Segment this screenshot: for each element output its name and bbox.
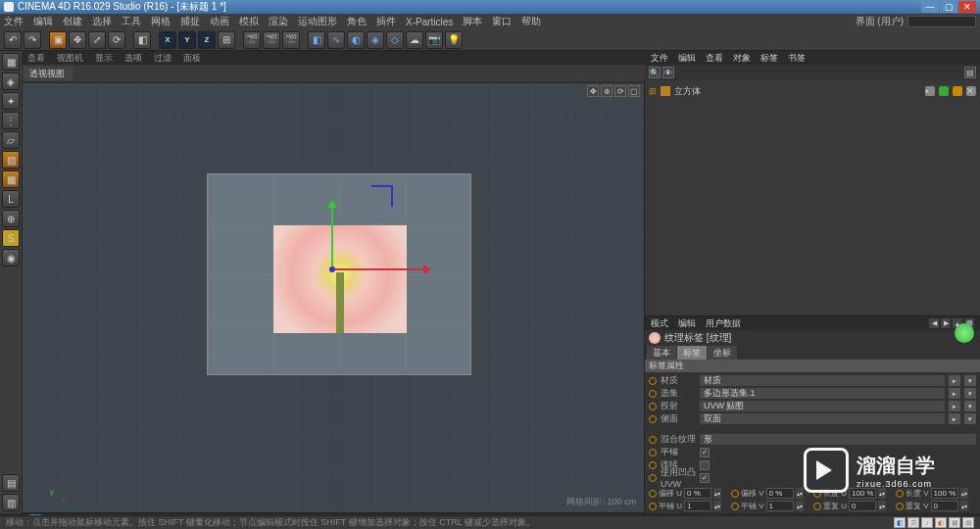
- attr-row[interactable]: 平铺✓: [649, 446, 976, 458]
- nurbs-tool[interactable]: ◐: [347, 31, 365, 49]
- render-region[interactable]: 🎬: [263, 31, 280, 49]
- undo-button[interactable]: ↶: [4, 31, 22, 49]
- vp-rotate-icon[interactable]: ⟳: [614, 85, 626, 97]
- attr-row[interactable]: 选集多边形选集.1▸▾: [649, 387, 976, 400]
- menu-item[interactable]: 动画: [210, 15, 229, 28]
- attr-cell[interactable]: 偏移 V▴▾: [731, 488, 811, 499]
- search-icon[interactable]: 🔍: [649, 67, 661, 78]
- attr-row[interactable]: 侧面双面▸▾: [649, 412, 976, 425]
- menu-item[interactable]: 渲染: [269, 15, 288, 28]
- vp-nav-icon[interactable]: ✥: [587, 85, 599, 97]
- attr-subtab[interactable]: 坐标: [708, 346, 737, 360]
- tab[interactable]: 标签: [760, 52, 778, 65]
- last-tool[interactable]: ◧: [133, 31, 151, 49]
- edge-mode[interactable]: ▱: [2, 131, 20, 149]
- tray-icon[interactable]: ▦: [949, 517, 960, 528]
- render-tag[interactable]: [939, 86, 949, 96]
- layout-search[interactable]: [907, 16, 976, 27]
- viewport[interactable]: ✥ ⊕ ⟳ ▢ yx 网格间距: 100 cm: [22, 82, 645, 513]
- spline-tool[interactable]: ∿: [327, 31, 345, 49]
- attr-mode[interactable]: 模式: [651, 317, 668, 330]
- menu-item[interactable]: 选择: [92, 15, 112, 28]
- menu-item[interactable]: 窗口: [492, 15, 512, 28]
- snap-settings[interactable]: ◉: [2, 249, 20, 266]
- model-mode[interactable]: ▦: [2, 53, 20, 71]
- object-row[interactable]: ⊞ 立方体 ▪ ✕: [649, 84, 976, 98]
- viewport-solo2[interactable]: ▥: [2, 494, 20, 511]
- menu-item[interactable]: 编辑: [33, 15, 53, 28]
- move-tool[interactable]: ✥: [69, 31, 86, 49]
- render-settings[interactable]: 🎬: [282, 31, 300, 49]
- minimize-button[interactable]: —: [921, 1, 939, 13]
- close-button[interactable]: ✕: [958, 1, 976, 13]
- environment[interactable]: ☁: [406, 31, 423, 49]
- menu-item[interactable]: 模拟: [239, 15, 259, 28]
- attr-row[interactable]: 投射UVW 贴图▸▾: [649, 400, 976, 412]
- attr-subtab[interactable]: 基本: [647, 346, 676, 360]
- axis-tool[interactable]: ⊕: [2, 210, 20, 227]
- deformer-tool[interactable]: ◇: [386, 31, 404, 49]
- attr-row[interactable]: 混合纹理形: [649, 433, 976, 446]
- menu-item[interactable]: 脚本: [463, 15, 482, 28]
- tray-icon[interactable]: 英: [907, 517, 919, 528]
- maximize-button[interactable]: ▢: [940, 1, 957, 13]
- tab[interactable]: 视图机: [57, 52, 83, 65]
- y-axis-lock[interactable]: Y: [178, 31, 196, 49]
- scale-tool[interactable]: ⤢: [88, 31, 106, 49]
- tab[interactable]: 对象: [733, 52, 751, 65]
- attr-subtab[interactable]: 标签: [677, 346, 707, 360]
- vp-zoom-icon[interactable]: ⊕: [601, 85, 612, 97]
- attr-row[interactable]: 材质材质▸▾: [649, 374, 976, 387]
- texture-tag[interactable]: [953, 86, 962, 96]
- menu-item[interactable]: 角色: [347, 15, 367, 28]
- menu-item[interactable]: 帮助: [521, 15, 541, 28]
- tab[interactable]: 文件: [651, 52, 668, 65]
- attr-row[interactable]: 连续: [649, 458, 976, 471]
- rotate-tool[interactable]: ⟳: [108, 31, 125, 49]
- x-axis-lock[interactable]: X: [159, 31, 176, 49]
- menu-item[interactable]: 网格: [151, 15, 171, 28]
- textured-plane[interactable]: [273, 225, 407, 333]
- attr-cell[interactable]: 平铺 V▴▾: [731, 501, 811, 511]
- light-tool[interactable]: 💡: [445, 31, 463, 49]
- poly-mode[interactable]: ▨: [2, 151, 20, 168]
- attr-cell[interactable]: 偏移 U▴▾: [649, 488, 729, 499]
- gizmo-plane[interactable]: [371, 185, 393, 207]
- attr-cell[interactable]: 平铺 U▴▾: [649, 501, 729, 511]
- coord-system[interactable]: ⊞: [218, 31, 235, 49]
- tray-icon[interactable]: ▤: [962, 517, 974, 528]
- vp-max-icon[interactable]: ▢: [628, 85, 640, 97]
- workplane[interactable]: L: [2, 190, 20, 208]
- attr-edit[interactable]: 编辑: [678, 317, 696, 330]
- menu-item[interactable]: 插件: [376, 15, 396, 28]
- tab[interactable]: 面板: [183, 52, 201, 65]
- object-mode[interactable]: ◈: [2, 72, 20, 90]
- tab[interactable]: 书签: [788, 52, 806, 65]
- attr-cell[interactable]: 长度 U▴▾: [813, 488, 894, 499]
- z-axis-lock[interactable]: Z: [198, 31, 216, 49]
- phong-tag[interactable]: ✕: [966, 86, 976, 96]
- snap-tool[interactable]: S: [2, 229, 20, 247]
- axis-mode[interactable]: ✦: [2, 92, 20, 110]
- point-mode[interactable]: ⋮: [2, 112, 20, 129]
- menu-item[interactable]: 运动图形: [298, 15, 337, 28]
- attr-fwd[interactable]: ▶: [941, 318, 951, 328]
- menu-item[interactable]: 创建: [63, 15, 82, 28]
- tray-icon[interactable]: ◧: [894, 517, 906, 528]
- render-view[interactable]: 🎬: [243, 31, 261, 49]
- tab[interactable]: 选项: [124, 52, 142, 65]
- texture-mode[interactable]: ▦: [2, 170, 20, 188]
- attr-cell[interactable]: 重复 V▴▾: [896, 501, 976, 511]
- attr-user[interactable]: 用户数据: [706, 317, 741, 330]
- help-bubble[interactable]: [955, 323, 974, 343]
- camera-tool[interactable]: 📷: [425, 31, 443, 49]
- view-icon[interactable]: 👁: [662, 67, 674, 78]
- attr-cell[interactable]: 长度 V▴▾: [896, 488, 976, 499]
- tab[interactable]: 查看: [27, 52, 45, 65]
- modeling-tool[interactable]: ◈: [367, 31, 384, 49]
- visibility-tag[interactable]: ▪: [925, 86, 935, 96]
- viewport-solo[interactable]: ▤: [2, 474, 20, 492]
- attr-row[interactable]: 使用凹凸 UVW✓: [649, 471, 976, 484]
- menu-item[interactable]: 工具: [122, 15, 141, 28]
- tray-icon[interactable]: ♪: [921, 517, 933, 528]
